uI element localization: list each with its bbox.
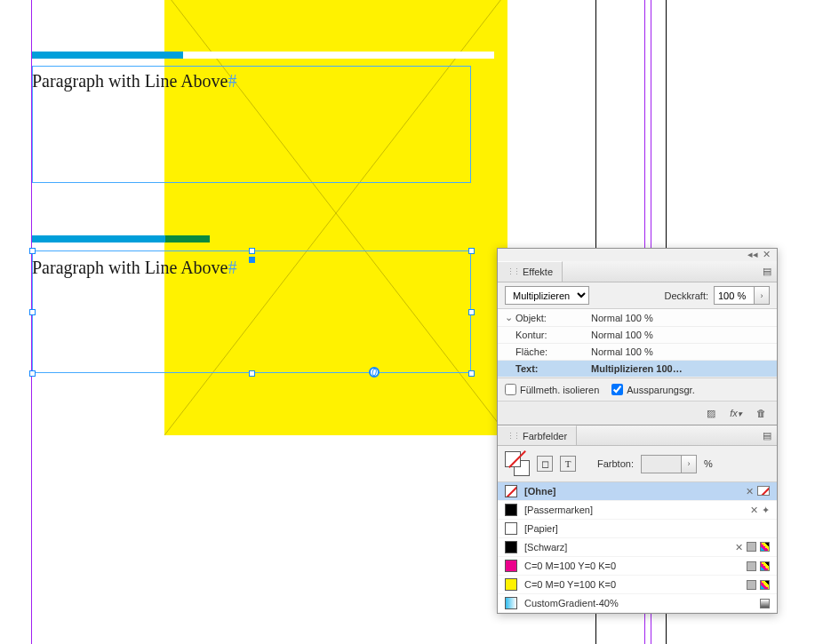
target-fill[interactable]: Fläche: Normal 100 % [498, 344, 777, 361]
swatch-yellow[interactable]: C=0 M=0 Y=100 K=0 [498, 576, 777, 594]
swatch-none[interactable]: [Ohne] ✕ [498, 482, 777, 501]
swatches-panel-title: Farbfelder [523, 431, 567, 441]
handle-n[interactable] [249, 248, 255, 254]
isolate-blend-checkbox[interactable]: Füllmeth. isolieren [505, 384, 599, 395]
target-object[interactable]: ⌄ Objekt: Normal 100 % [498, 309, 777, 327]
swatch-chip [505, 578, 517, 591]
effects-panel-header[interactable]: ⋮⋮ Effekte ▤ [498, 261, 777, 282]
tint-input[interactable] [641, 455, 682, 473]
rule-above-1-blue [32, 52, 183, 59]
handle-s[interactable] [249, 370, 255, 377]
lock-icon: ✕ [746, 486, 754, 497]
panel-close-icon[interactable]: ✕ [761, 249, 771, 260]
panel-menu-icon[interactable]: ▤ [757, 430, 777, 441]
swatch-chip [505, 541, 517, 553]
swatch-chip [505, 597, 517, 609]
handle-w[interactable] [29, 309, 36, 315]
rule-above-2-blue [32, 235, 165, 242]
swatches-panel-header[interactable]: ⋮⋮ Farbfelder ▤ [498, 425, 777, 446]
opacity-label: Deckkraft: [664, 290, 708, 301]
gripper-icon: ⋮⋮ [507, 432, 519, 441]
opacity-input[interactable] [714, 286, 755, 305]
swatch-custom-gradient[interactable]: CustomGradient-40% [498, 594, 777, 613]
handle-ne[interactable] [468, 248, 475, 254]
handle-e[interactable] [468, 309, 475, 315]
swatch-paper[interactable]: [Papier] [498, 520, 777, 538]
swatch-chip [505, 522, 517, 535]
effects-tab[interactable]: ⋮⋮ Effekte [498, 261, 563, 282]
swatch-chip [505, 504, 517, 516]
trash-icon[interactable]: 🗑 [754, 406, 768, 420]
cmyk-icon [760, 542, 770, 552]
global-icon [747, 542, 756, 552]
global-icon [747, 561, 756, 571]
swatch-magenta[interactable]: C=0 M=100 Y=0 K=0 [498, 557, 777, 576]
cmyk-icon [760, 580, 770, 590]
panel-collapse-icon[interactable]: ◂◂ [747, 249, 758, 260]
effects-target-list: ⌄ Objekt: Normal 100 % Kontur: Normal 10… [498, 308, 777, 378]
paragraph-end-mark: # [228, 258, 237, 277]
swatch-list[interactable]: [Ohne] ✕ [Passermarken] ✕ ✦ [Papier] [498, 481, 777, 613]
disclosure-icon[interactable]: ⌄ [505, 312, 515, 323]
rule-above-1-white [183, 52, 494, 59]
lock-icon: ✕ [735, 542, 743, 553]
handle-se[interactable] [468, 370, 475, 377]
swatch-chip [505, 560, 517, 572]
effects-panel-title: Effekte [523, 266, 553, 277]
swatches-tab[interactable]: ⋮⋮ Farbfelder [498, 425, 577, 445]
fill-stroke-proxy[interactable] [505, 451, 530, 476]
registration-icon: ✦ [762, 505, 770, 516]
clear-effect-icon[interactable]: ▨ [704, 406, 718, 420]
paragraph-text-1[interactable]: Paragraph with Line Above# [32, 71, 237, 91]
rule-above-2-green [165, 235, 210, 242]
formatting-text-button[interactable]: T [560, 456, 576, 472]
handle-center[interactable] [249, 257, 255, 263]
tint-stepper[interactable]: › [681, 455, 697, 473]
panel-menu-icon[interactable]: ▤ [757, 266, 777, 277]
fx-icon[interactable]: fx▾ [729, 406, 743, 420]
handle-nw[interactable] [29, 248, 36, 254]
none-type-icon [757, 486, 770, 496]
opacity-stepper[interactable]: › [754, 286, 770, 305]
paragraph-text-2[interactable]: Paragraph with Line Above# [32, 258, 237, 278]
target-text[interactable]: Text: Multiplizieren 100… [498, 361, 777, 378]
lock-icon: ✕ [750, 505, 758, 516]
tint-unit: % [704, 458, 713, 469]
panel-group[interactable]: ◂◂ ✕ ⋮⋮ Effekte ▤ Multiplizieren Deckkra… [497, 248, 778, 614]
rotation-handle[interactable]: 0 [369, 367, 380, 378]
formatting-container-button[interactable]: ◻ [537, 456, 553, 472]
tint-label: Farbton: [597, 458, 634, 469]
swatch-black[interactable]: [Schwarz] ✕ [498, 538, 777, 557]
paragraph-end-mark: # [228, 71, 237, 91]
global-icon [747, 580, 756, 590]
swatch-registration[interactable]: [Passermarken] ✕ ✦ [498, 501, 777, 520]
gripper-icon: ⋮⋮ [507, 267, 519, 276]
target-stroke[interactable]: Kontur: Normal 100 % [498, 327, 777, 344]
handle-sw[interactable] [29, 370, 36, 377]
cmyk-icon [760, 561, 770, 571]
blend-mode-select[interactable]: Multiplizieren [505, 286, 589, 305]
knockout-group-checkbox[interactable]: Aussparungsgr. [611, 384, 694, 395]
swatch-none-icon [505, 485, 517, 497]
gradient-icon [760, 599, 770, 608]
